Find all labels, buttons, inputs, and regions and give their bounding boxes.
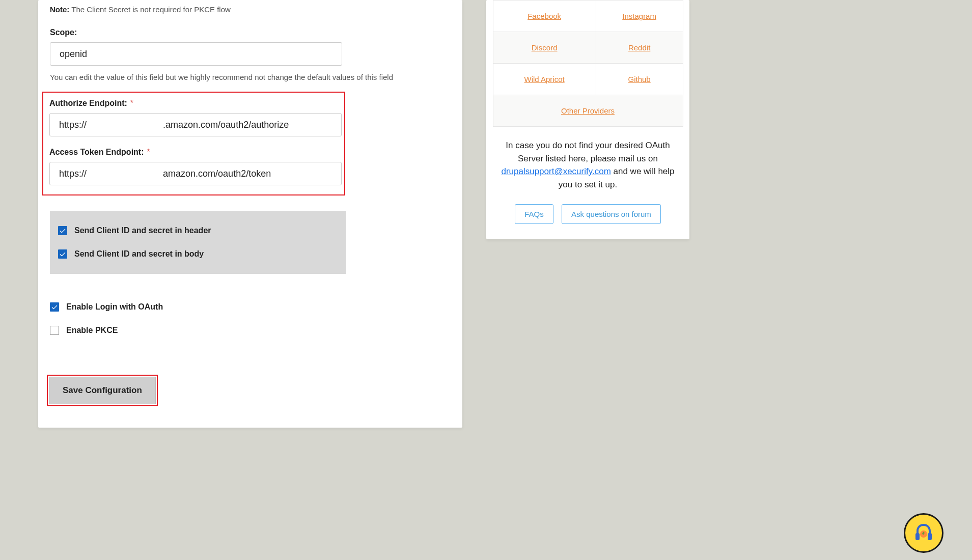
support-email-link[interactable]: drupalsupport@xecurify.com: [501, 166, 610, 176]
redacted-mask: [89, 115, 162, 134]
provider-link-wild-apricot[interactable]: Wild Apricot: [524, 75, 565, 83]
save-highlight: Save Configuration: [47, 375, 158, 406]
provider-link-reddit[interactable]: Reddit: [628, 43, 650, 52]
headset-icon: [911, 521, 936, 545]
provider-link-facebook[interactable]: Facebook: [527, 12, 561, 20]
enable-oauth-label: Enable Login with OAuth: [66, 302, 163, 312]
check-icon: [59, 250, 66, 258]
enable-pkce-label: Enable PKCE: [66, 326, 118, 335]
providers-table: Facebook Instagram Discord Reddit Wild A…: [493, 0, 683, 127]
scope-hint: You can edit the value of this field but…: [50, 73, 451, 81]
scope-input[interactable]: [50, 42, 342, 66]
endpoints-highlight: Authorize Endpoint:* Access Token Endpoi…: [42, 92, 345, 195]
support-message: In case you do not find your desired OAu…: [486, 136, 689, 191]
check-icon: [59, 227, 66, 234]
provider-link-github[interactable]: Github: [628, 75, 651, 83]
send-in-body-label: Send Client ID and secret in body: [74, 249, 204, 259]
provider-link-discord[interactable]: Discord: [532, 43, 558, 52]
forum-button[interactable]: Ask questions on forum: [562, 204, 661, 224]
access-token-endpoint-label: Access Token Endpoint:*: [49, 148, 338, 157]
authorize-endpoint-label: Authorize Endpoint:*: [49, 99, 338, 108]
faqs-button[interactable]: FAQs: [515, 204, 553, 224]
support-chat-button[interactable]: [904, 513, 943, 553]
send-in-body-checkbox[interactable]: [58, 249, 67, 259]
enable-pkce-checkbox[interactable]: [50, 326, 59, 335]
enable-oauth-checkbox[interactable]: [50, 302, 59, 312]
provider-link-instagram[interactable]: Instagram: [622, 12, 656, 20]
credential-location-group: Send Client ID and secret in header Send…: [50, 211, 346, 274]
provider-link-other[interactable]: Other Providers: [561, 106, 615, 115]
redacted-mask: [89, 164, 162, 183]
providers-sidebar: Facebook Instagram Discord Reddit Wild A…: [486, 0, 689, 239]
svg-rect-0: [915, 533, 920, 540]
send-in-header-checkbox[interactable]: [58, 226, 67, 235]
send-in-header-label: Send Client ID and secret in header: [74, 226, 211, 235]
check-icon: [51, 303, 58, 311]
pkce-note: Note: The Client Secret is not required …: [50, 5, 451, 14]
scope-label: Scope:: [50, 28, 451, 37]
save-configuration-button[interactable]: Save Configuration: [49, 377, 156, 404]
svg-rect-1: [928, 533, 932, 540]
oauth-config-form: Note: The Client Secret is not required …: [38, 0, 462, 428]
